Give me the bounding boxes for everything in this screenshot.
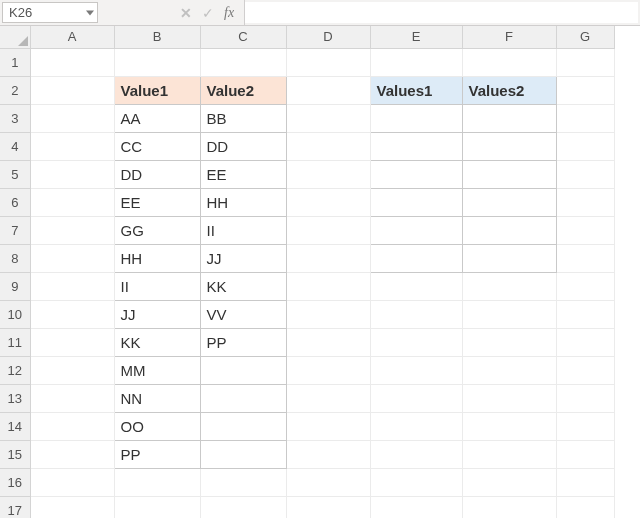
row-header[interactable]: 4 [0,132,30,160]
table1-cell[interactable] [200,384,286,412]
table1-cell[interactable]: PP [114,440,200,468]
chevron-down-icon[interactable] [86,10,94,15]
table1-cell[interactable]: HH [114,244,200,272]
cell[interactable] [30,132,114,160]
cell[interactable] [30,188,114,216]
cell[interactable] [114,496,200,518]
cell[interactable] [462,496,556,518]
cell[interactable] [556,300,614,328]
cell[interactable] [286,300,370,328]
cell[interactable] [462,412,556,440]
fx-icon[interactable]: fx [224,5,234,21]
cell[interactable] [370,496,462,518]
cell[interactable] [462,272,556,300]
cell[interactable] [286,104,370,132]
cell[interactable] [556,384,614,412]
cell[interactable] [556,104,614,132]
table1-cell[interactable]: DD [200,132,286,160]
col-header[interactable]: C [200,26,286,48]
col-header[interactable]: E [370,26,462,48]
table1-cell[interactable]: AA [114,104,200,132]
col-header[interactable]: A [30,26,114,48]
table2-cell[interactable] [370,160,462,188]
table1-cell[interactable]: EE [114,188,200,216]
table2-header-values2[interactable]: Values2 [462,76,556,104]
cell[interactable] [556,216,614,244]
table2-cell[interactable] [462,160,556,188]
cell[interactable] [30,76,114,104]
cell[interactable] [30,300,114,328]
cell[interactable] [556,272,614,300]
select-all-corner[interactable] [0,26,30,48]
cell[interactable] [30,104,114,132]
cell[interactable] [370,300,462,328]
row-header[interactable]: 6 [0,188,30,216]
cell[interactable] [286,328,370,356]
table1-cell[interactable]: GG [114,216,200,244]
cell[interactable] [114,468,200,496]
row-header[interactable]: 11 [0,328,30,356]
cell[interactable] [200,468,286,496]
cell[interactable] [30,384,114,412]
table1-cell[interactable]: KK [114,328,200,356]
cell[interactable] [286,468,370,496]
cell[interactable] [30,244,114,272]
cell[interactable] [462,48,556,76]
table2-cell[interactable] [462,104,556,132]
cell[interactable] [370,48,462,76]
row-header[interactable]: 5 [0,160,30,188]
table2-cell[interactable] [462,216,556,244]
table2-cell[interactable] [370,104,462,132]
table1-cell[interactable]: KK [200,272,286,300]
table1-cell[interactable]: BB [200,104,286,132]
cell[interactable] [370,440,462,468]
row-header[interactable]: 2 [0,76,30,104]
table1-cell[interactable]: II [114,272,200,300]
cell[interactable] [30,496,114,518]
row-header[interactable]: 7 [0,216,30,244]
row-header[interactable]: 17 [0,496,30,518]
cell[interactable] [556,328,614,356]
table1-cell[interactable] [200,412,286,440]
table1-header-value2[interactable]: Value2 [200,76,286,104]
cell[interactable] [370,328,462,356]
table1-cell[interactable] [200,356,286,384]
table2-header-values1[interactable]: Values1 [370,76,462,104]
row-header[interactable]: 3 [0,104,30,132]
cell[interactable] [30,356,114,384]
table2-cell[interactable] [462,244,556,272]
row-header[interactable]: 10 [0,300,30,328]
cell[interactable] [200,48,286,76]
table1-cell[interactable]: CC [114,132,200,160]
cell[interactable] [286,160,370,188]
cell[interactable] [370,412,462,440]
cell[interactable] [30,328,114,356]
cell[interactable] [556,440,614,468]
row-header[interactable]: 13 [0,384,30,412]
cell[interactable] [462,384,556,412]
table1-cell[interactable]: HH [200,188,286,216]
formula-input[interactable] [245,2,638,23]
cell[interactable] [286,384,370,412]
cell[interactable] [370,468,462,496]
row-header[interactable]: 14 [0,412,30,440]
cell[interactable] [462,468,556,496]
table1-cell[interactable]: JJ [200,244,286,272]
cell[interactable] [286,272,370,300]
table2-cell[interactable] [370,244,462,272]
cell[interactable] [30,440,114,468]
table1-cell[interactable]: DD [114,160,200,188]
table1-cell[interactable]: MM [114,356,200,384]
col-header[interactable]: G [556,26,614,48]
cell[interactable] [556,76,614,104]
cell[interactable] [286,188,370,216]
table1-cell[interactable]: NN [114,384,200,412]
cell[interactable] [556,468,614,496]
cell[interactable] [286,440,370,468]
cell[interactable] [556,48,614,76]
table1-cell[interactable]: PP [200,328,286,356]
cell[interactable] [114,48,200,76]
cell[interactable] [462,356,556,384]
cell[interactable] [286,356,370,384]
cell[interactable] [30,48,114,76]
